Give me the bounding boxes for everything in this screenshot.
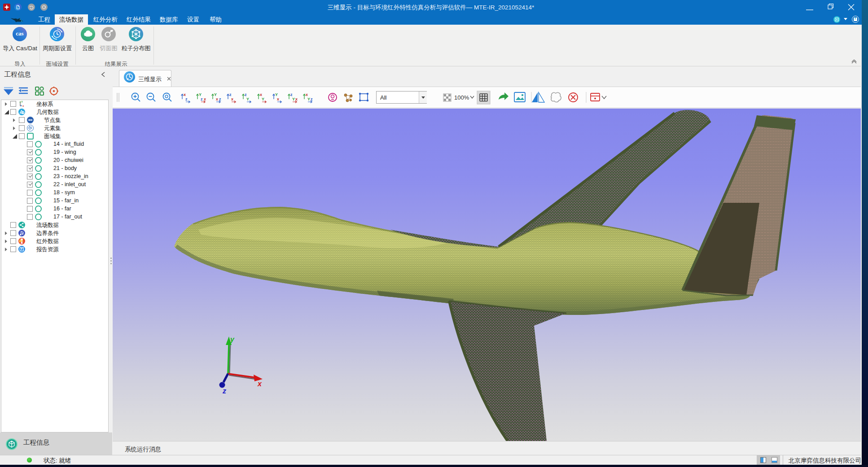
svg-text:x: x <box>216 97 218 101</box>
svg-text:x: x <box>184 92 186 97</box>
svg-text:z: z <box>245 92 247 97</box>
svg-text:z: z <box>21 104 22 107</box>
svg-text:100%: 100% <box>454 94 469 101</box>
svg-text:x: x <box>277 97 279 101</box>
svg-text:z: z <box>201 97 203 101</box>
svg-text:z: z <box>229 92 232 97</box>
svg-text:x: x <box>231 97 233 101</box>
svg-text:z: z <box>185 97 188 101</box>
svg-text:Y: Y <box>262 97 264 101</box>
svg-text:x: x <box>22 105 24 107</box>
svg-text:Y: Y <box>307 97 310 101</box>
svg-text:Y: Y <box>275 92 278 97</box>
svg-text:y: y <box>230 336 235 343</box>
svg-text:z: z <box>290 92 293 97</box>
svg-text:Y: Y <box>214 92 217 97</box>
svg-text:Y: Y <box>246 97 249 101</box>
svg-text:Y: Y <box>21 100 23 103</box>
svg-text:Y: Y <box>292 97 295 101</box>
svg-text:x: x <box>257 380 262 388</box>
svg-text:Y: Y <box>199 92 202 97</box>
svg-text:z: z <box>222 387 226 395</box>
svg-text:x: x <box>306 92 308 97</box>
svg-text:x: x <box>260 92 262 97</box>
